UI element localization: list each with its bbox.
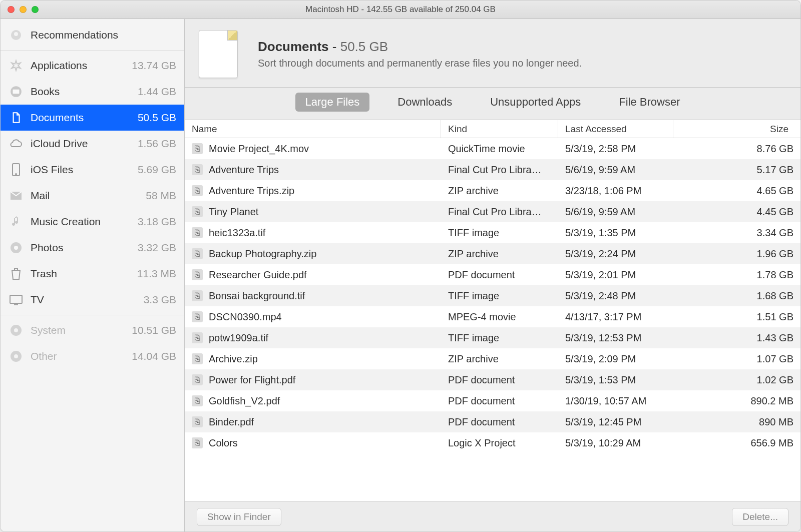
svg-point-7	[14, 246, 18, 250]
sidebar-item-label: Books	[31, 86, 60, 98]
sidebar-item-system[interactable]: System 10.51 GB	[1, 317, 184, 343]
lightbulb-icon	[9, 28, 24, 43]
file-name: Adventure Trips.zip	[209, 185, 294, 197]
sidebar-item-music-creation[interactable]: Music Creation 3.18 GB	[1, 209, 184, 235]
table-row[interactable]: ⎘Power for Flight.pdfPDF document5/3/19,…	[185, 369, 800, 390]
sidebar-item-ios-files[interactable]: iOS Files 5.69 GB	[1, 157, 184, 183]
file-kind: PDF document	[441, 269, 558, 281]
table-row[interactable]: ⎘Bonsai background.tifTIFF image5/3/19, …	[185, 285, 800, 306]
file-accessed: 5/6/19, 9:59 AM	[558, 164, 673, 176]
file-size: 1.43 GB	[673, 332, 800, 344]
file-name: DSCN0390.mp4	[209, 311, 282, 323]
trash-icon	[9, 266, 24, 281]
titlebar[interactable]: Macintosh HD - 142.55 GB available of 25…	[1, 1, 800, 19]
file-icon: ⎘	[192, 311, 203, 322]
applications-icon	[9, 58, 24, 73]
tab-downloads[interactable]: Downloads	[387, 93, 462, 112]
sidebar-item-size: 14.04 GB	[132, 350, 176, 362]
sidebar-item-tv[interactable]: TV 3.3 GB	[1, 287, 184, 313]
sidebar-item-label: Other	[31, 350, 57, 362]
svg-rect-3	[13, 90, 20, 94]
column-header-kind[interactable]: Kind	[441, 120, 558, 138]
category-header: Documents - 50.5 GB Sort through documen…	[185, 19, 800, 87]
table-row[interactable]: ⎘heic1323a.tifTIFF image5/3/19, 1:35 PM3…	[185, 222, 800, 243]
file-size: 3.34 GB	[673, 227, 800, 239]
sidebar-item-books[interactable]: Books 1.44 GB	[1, 79, 184, 105]
iphone-icon	[9, 162, 24, 177]
file-icon: ⎘	[192, 290, 203, 301]
icloud-icon	[9, 136, 24, 151]
file-name: heic1323a.tif	[209, 227, 265, 239]
file-name: Tiny Planet	[209, 206, 258, 218]
table-body[interactable]: ⎘Movie Project_4K.movQuickTime movie5/3/…	[185, 138, 800, 501]
file-size: 8.76 GB	[673, 143, 800, 155]
file-size: 4.45 GB	[673, 206, 800, 218]
sidebar-item-other[interactable]: Other 14.04 GB	[1, 343, 184, 369]
column-header-name[interactable]: Name	[185, 120, 441, 138]
tab-file-browser[interactable]: File Browser	[609, 93, 690, 112]
sidebar-item-photos[interactable]: Photos 3.32 GB	[1, 235, 184, 261]
file-icon: ⎘	[192, 437, 203, 448]
file-kind: PDF document	[441, 416, 558, 428]
file-accessed: 3/23/18, 1:06 PM	[558, 185, 673, 197]
table-row[interactable]: ⎘Adventure TripsFinal Cut Pro Libra…5/6/…	[185, 159, 800, 180]
table-row[interactable]: ⎘Archive.zipZIP archive5/3/19, 2:09 PM1.…	[185, 348, 800, 369]
column-header-size[interactable]: Size	[673, 120, 800, 138]
table-row[interactable]: ⎘Researcher Guide.pdfPDF document5/3/19,…	[185, 264, 800, 285]
svg-point-12	[14, 354, 18, 358]
file-name: Power for Flight.pdf	[209, 374, 295, 386]
sidebar-item-label: Photos	[31, 242, 63, 254]
file-size: 1.51 GB	[673, 311, 800, 323]
table-row[interactable]: ⎘DSCN0390.mp4MPEG-4 movie4/13/17, 3:17 P…	[185, 306, 800, 327]
sidebar-item-mail[interactable]: Mail 58 MB	[1, 183, 184, 209]
sidebar-item-recommendations[interactable]: Recommendations	[1, 22, 184, 48]
table-row[interactable]: ⎘Backup Photography.zipZIP archive5/3/19…	[185, 243, 800, 264]
sidebar-item-size: 3.3 GB	[144, 294, 176, 306]
footer-bar: Show in Finder Delete...	[185, 501, 800, 531]
file-accessed: 5/3/19, 1:35 PM	[558, 227, 673, 239]
main-content: Documents - 50.5 GB Sort through documen…	[185, 19, 800, 531]
sidebar-item-label: System	[31, 324, 66, 336]
file-size: 1.96 GB	[673, 248, 800, 260]
file-accessed: 5/3/19, 12:45 PM	[558, 416, 673, 428]
mail-icon	[9, 188, 24, 203]
table-row[interactable]: ⎘Goldfish_V2.pdfPDF document1/30/19, 10:…	[185, 390, 800, 411]
file-accessed: 5/3/19, 2:58 PM	[558, 143, 673, 155]
sidebar-item-size: 1.44 GB	[138, 86, 176, 98]
sidebar-item-size: 1.56 GB	[138, 138, 176, 150]
file-kind: Final Cut Pro Libra…	[441, 206, 558, 218]
sidebar-item-size: 3.32 GB	[138, 242, 176, 254]
table-row[interactable]: ⎘Binder.pdfPDF document5/3/19, 12:45 PM8…	[185, 411, 800, 432]
gear-icon	[9, 323, 24, 338]
file-size: 5.17 GB	[673, 164, 800, 176]
file-table: Name Kind Last Accessed Size ⎘Movie Proj…	[185, 120, 800, 501]
file-name: Archive.zip	[209, 353, 258, 365]
file-name: Researcher Guide.pdf	[209, 269, 307, 281]
file-kind: ZIP archive	[441, 353, 558, 365]
table-row[interactable]: ⎘Adventure Trips.zipZIP archive3/23/18, …	[185, 180, 800, 201]
file-kind: TIFF image	[441, 332, 558, 344]
file-name: Backup Photography.zip	[209, 248, 316, 260]
table-row[interactable]: ⎘Tiny PlanetFinal Cut Pro Libra…5/6/19, …	[185, 201, 800, 222]
delete-button[interactable]: Delete...	[732, 508, 788, 526]
sidebar-item-label: Mail	[31, 190, 50, 202]
tab-unsupported-apps[interactable]: Unsupported Apps	[480, 93, 591, 112]
sidebar-item-icloud-drive[interactable]: iCloud Drive 1.56 GB	[1, 131, 184, 157]
sidebar-item-size: 10.51 GB	[132, 324, 176, 336]
column-header-accessed[interactable]: Last Accessed	[558, 120, 673, 138]
tab-large-files[interactable]: Large Files	[295, 93, 370, 112]
svg-point-10	[14, 328, 18, 332]
file-accessed: 5/6/19, 9:59 AM	[558, 206, 673, 218]
table-row[interactable]: ⎘potw1909a.tifTIFF image5/3/19, 12:53 PM…	[185, 327, 800, 348]
sidebar-item-documents[interactable]: Documents 50.5 GB	[1, 105, 184, 131]
file-icon: ⎘	[192, 353, 203, 364]
sidebar-divider	[1, 50, 184, 51]
tabs: Large Files Downloads Unsupported Apps F…	[185, 88, 800, 120]
table-row[interactable]: ⎘Movie Project_4K.movQuickTime movie5/3/…	[185, 138, 800, 159]
sidebar-item-label: iOS Files	[31, 164, 73, 176]
show-in-finder-button[interactable]: Show in Finder	[197, 508, 281, 526]
sidebar-item-applications[interactable]: Applications 13.74 GB	[1, 53, 184, 79]
file-kind: TIFF image	[441, 290, 558, 302]
table-row[interactable]: ⎘ColorsLogic X Project5/3/19, 10:29 AM65…	[185, 432, 800, 453]
sidebar-item-trash[interactable]: Trash 11.3 MB	[1, 261, 184, 287]
